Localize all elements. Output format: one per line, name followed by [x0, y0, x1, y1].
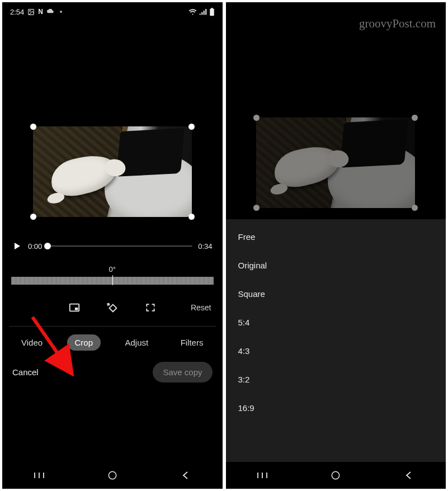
ratio-option-5-4[interactable]: 5:4	[226, 308, 446, 337]
seek-thumb[interactable]	[44, 243, 51, 249]
tab-adjust[interactable]: Adjust	[117, 334, 156, 351]
nav-home[interactable]	[328, 468, 343, 483]
reset-button[interactable]: Reset	[191, 303, 211, 312]
seek-track[interactable]	[48, 246, 192, 247]
svg-rect-5	[75, 308, 78, 310]
android-nav-bar	[226, 462, 446, 489]
svg-rect-3	[211, 8, 213, 9]
crop-handle-top-right[interactable]	[412, 115, 418, 121]
signal-icon	[199, 8, 207, 15]
video-preview-area	[2, 19, 223, 237]
video-thumbnail	[33, 126, 192, 217]
bottom-actions: Cancel Save copy	[2, 351, 223, 387]
crop-handle-bottom-right[interactable]	[412, 205, 418, 211]
tab-crop[interactable]: Crop	[67, 334, 101, 351]
crop-handle-top-right[interactable]	[188, 124, 195, 130]
rotate-button[interactable]	[105, 300, 120, 315]
nav-back[interactable]	[178, 468, 193, 483]
crop-handle-bottom-right[interactable]	[188, 214, 195, 220]
image-icon	[27, 8, 35, 16]
ratio-option-original[interactable]: Original	[226, 251, 446, 280]
ratio-option-square[interactable]: Square	[226, 280, 446, 308]
android-nav-bar	[2, 462, 223, 489]
edit-mode-tabs: Video Crop Adjust Filters	[2, 327, 223, 351]
battery-icon	[209, 8, 215, 16]
crop-frame[interactable]	[33, 126, 192, 217]
crop-tool-row: Reset	[2, 300, 223, 315]
video-timeline: 0:00 0:34	[2, 237, 223, 255]
crop-handle-top-left[interactable]	[30, 124, 36, 130]
ratio-option-free[interactable]: Free	[226, 223, 446, 251]
tab-video[interactable]: Video	[13, 334, 50, 351]
video-thumbnail	[256, 117, 415, 208]
ratio-option-16-9[interactable]: 16:9	[226, 394, 446, 422]
netflix-icon: N	[38, 8, 43, 16]
play-button[interactable]	[12, 241, 22, 251]
crop-handle-bottom-left[interactable]	[253, 205, 260, 211]
status-bar: 2:54 N	[2, 2, 223, 19]
left-screenshot: 2:54 N	[2, 2, 223, 489]
svg-point-9	[332, 471, 339, 479]
svg-rect-2	[210, 8, 214, 16]
crop-frame[interactable]	[256, 117, 415, 208]
rotation-angle-label: 0°	[2, 265, 223, 273]
right-screenshot: groovyPost.com Free Original Square 5:4 …	[226, 2, 446, 489]
crop-handle-bottom-left[interactable]	[30, 214, 36, 220]
time-current: 0:00	[28, 242, 42, 251]
nav-back[interactable]	[402, 468, 416, 483]
nav-recents[interactable]	[32, 468, 46, 483]
nav-recents[interactable]	[255, 468, 270, 483]
aspect-ratio-button[interactable]	[67, 300, 82, 315]
cancel-button[interactable]: Cancel	[12, 367, 39, 377]
status-time: 2:54	[10, 8, 24, 16]
nav-home[interactable]	[105, 468, 120, 483]
rotation-dial[interactable]	[11, 277, 214, 290]
cloud-icon	[46, 9, 54, 15]
time-duration: 0:34	[198, 242, 212, 251]
save-copy-button[interactable]: Save copy	[153, 362, 212, 383]
aspect-ratio-menu: Free Original Square 5:4 4:3 3:2 16:9	[226, 219, 446, 462]
expand-crop-button[interactable]	[143, 300, 158, 315]
svg-point-1	[30, 10, 31, 11]
svg-point-7	[109, 471, 116, 479]
svg-rect-6	[109, 304, 116, 311]
ratio-option-3-2[interactable]: 3:2	[226, 365, 446, 394]
video-preview-area	[226, 2, 446, 219]
wifi-icon	[188, 8, 197, 15]
ratio-option-4-3[interactable]: 4:3	[226, 337, 446, 365]
tab-filters[interactable]: Filters	[173, 334, 211, 351]
dot-icon	[60, 11, 62, 13]
